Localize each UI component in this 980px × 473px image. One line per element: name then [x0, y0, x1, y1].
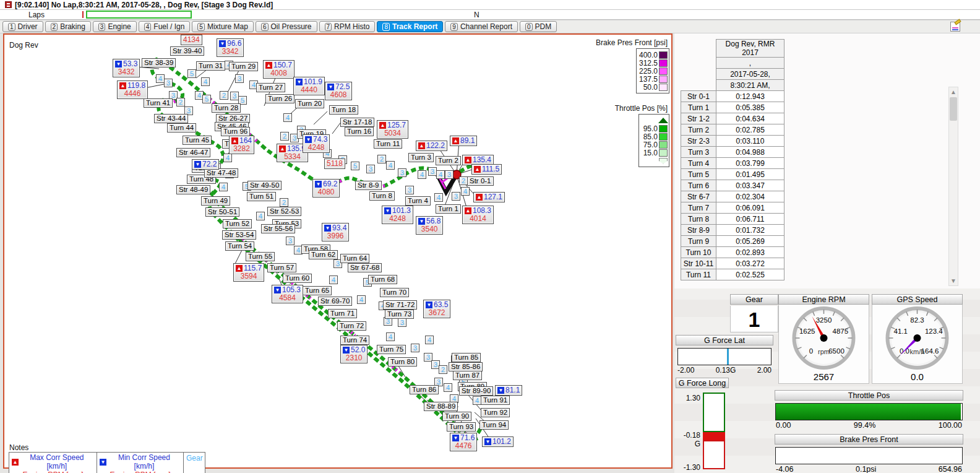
max-flag-icon: ▲	[465, 207, 471, 214]
track-label: Turn 20	[295, 99, 324, 108]
engine-rpm-gauge: Engine RPM 01625325048756500rpm 2567	[778, 294, 869, 385]
report-header-cell: 8:30:21 AM,	[716, 80, 784, 91]
throttle-max: 100.00	[939, 421, 962, 430]
table-row[interactable]: Turn 10:05.385	[681, 102, 784, 113]
gear-number-chip: 4	[418, 170, 426, 179]
gear-number-chip: 3	[411, 344, 419, 352]
min-marker: ▼74.34248	[303, 134, 330, 153]
track-label: Turn 85	[452, 353, 481, 362]
brake-legend-title: Brake Pres Front [psi]	[596, 38, 668, 47]
track-label: Turn 90	[442, 412, 471, 421]
table-row[interactable]: Turn 90:05.269	[681, 236, 784, 247]
edit-worksheet-icon[interactable]	[950, 22, 960, 32]
min-flag-icon: ▼	[343, 347, 350, 354]
table-row[interactable]: Turn 40:03.799	[681, 158, 784, 169]
gear-number-chip: 5	[351, 162, 359, 170]
report-scrollbar[interactable]: ▲ ▼	[948, 87, 958, 286]
table-row[interactable]: Turn 70:06.091	[681, 202, 784, 214]
max-flag-icon: ▲	[119, 82, 126, 89]
gear-value: 1	[732, 306, 776, 331]
table-row[interactable]: Turn 80:06.711	[681, 214, 784, 225]
g-long-negative-zone	[703, 440, 725, 469]
table-row[interactable]: Turn 60:03.347	[681, 180, 784, 191]
track-label: Str 85-86	[449, 362, 483, 371]
table-row[interactable]: Turn 30:04.988	[681, 147, 784, 158]
throttle-value: 99.4%	[854, 421, 875, 430]
max-flag-icon: ▲	[418, 142, 425, 149]
gear-number-chip: 4	[434, 193, 443, 202]
track-label: Turn 87	[453, 371, 482, 380]
gear-flag-indicator: N	[474, 11, 479, 19]
lap-range-box[interactable]	[86, 11, 192, 19]
g-force-lat-needle	[727, 349, 729, 365]
table-row[interactable]: Turn 110:02.525	[681, 269, 784, 280]
gear-number-chip: 2	[280, 132, 289, 141]
gps-speed-dial: 0.041.182.3123.4164.6km/h	[872, 305, 962, 370]
table-row[interactable]: Turn 100:02.893	[681, 247, 784, 258]
track-label: Str 71-72	[383, 300, 417, 310]
engine-rpm-value: 2567	[779, 371, 869, 382]
min-flag-icon: ▼	[100, 459, 106, 466]
table-row[interactable]: Str 0-10:12.943	[681, 91, 784, 102]
gps-speed-gauge: GPS Speed 0.041.182.3123.4164.6km/h 0.0	[872, 294, 963, 385]
scrollbar-thumb[interactable]	[950, 97, 957, 121]
g-long-mid: -0.18	[684, 431, 700, 440]
gear-number-chip: 3	[452, 192, 460, 201]
min-flag-icon: ▼	[384, 207, 391, 214]
svg-text:123.4: 123.4	[925, 328, 943, 335]
tab-oil-pressure[interactable]: 6Oil Pressure	[256, 21, 317, 32]
track-label: Turn 73	[385, 310, 414, 319]
table-row[interactable]: Str 1-20:04.634	[681, 113, 784, 124]
min-marker: ▼53.33432	[113, 59, 140, 77]
table-row[interactable]: Str 2-30:03.110	[681, 136, 784, 147]
max-flag-icon: ▲	[236, 265, 243, 272]
scroll-down-icon[interactable]: ▼	[949, 276, 958, 285]
gear-number-chip: 5	[187, 69, 196, 78]
gear-number-chip: 2	[220, 91, 228, 100]
track-label: Turn 27	[256, 83, 285, 92]
max-marker: 4134	[181, 35, 202, 45]
min-flag-icon: ▼	[194, 161, 201, 168]
track-label: Turn 4	[405, 196, 431, 206]
gps-speed-title: GPS Speed	[872, 294, 963, 305]
min-flag-icon: ▼	[484, 438, 491, 445]
report-header-cell: ,	[716, 58, 784, 69]
gear-number-chip: 2	[439, 365, 447, 374]
track-label: Str 38-39	[142, 58, 176, 67]
min-flag-icon: ▼	[327, 84, 334, 90]
track-label: Turn 31	[196, 61, 225, 71]
tab-engine[interactable]: 3Engine	[93, 21, 137, 32]
tab-channel-report[interactable]: 9Channel Report	[445, 21, 518, 32]
tab-rpm-histo[interactable]: 7RPM Histo	[319, 21, 376, 32]
table-row[interactable]: Str 6-70:02.304	[681, 191, 784, 202]
tab-braking[interactable]: 2Braking	[45, 21, 91, 32]
table-row[interactable]: Turn 20:02.785	[681, 124, 784, 136]
table-row[interactable]: Str 10-110:03.272	[681, 258, 784, 269]
table-row[interactable]: Turn 50:01.495	[681, 169, 784, 180]
brake-min: -4.06	[776, 465, 794, 473]
g-long-bottom: -1.30	[684, 463, 700, 472]
track-label: Str 49-50	[247, 181, 282, 190]
table-row[interactable]: Str 8-90:01.732	[681, 225, 784, 236]
gear-number-chip: 3	[230, 92, 239, 100]
tab-driver[interactable]: 1Driver	[2, 21, 43, 32]
min-marker: ▼81.1	[495, 385, 522, 396]
report-and-gauges-panel: Dog Rev, RMR 2017,2017-05-28,8:30:21 AM,…	[674, 33, 980, 473]
scroll-up-icon[interactable]: ▲	[949, 87, 958, 97]
tab-fuel-ign[interactable]: 4Fuel / Ign	[139, 21, 191, 32]
track-label: Str 55-56	[261, 224, 295, 233]
gear-number-chip: 3	[428, 167, 437, 176]
throttle-legend-swatch	[659, 149, 668, 157]
gear-gauge: Gear 1	[730, 294, 778, 334]
track-label: Turn 80	[388, 357, 417, 367]
gps-speed-value: 0.0	[872, 371, 962, 382]
engine-rpm-title: Engine RPM	[778, 294, 869, 305]
min-marker: ▼63.53672	[423, 300, 450, 318]
gear-number-chip: 4	[256, 212, 265, 220]
tab-track-report[interactable]: 8Track Report	[377, 21, 443, 32]
tab-mixture-map[interactable]: 5Mixture Map	[192, 21, 254, 32]
g-force-lat-gauge: G Force Lat -2.00 0.13G 2.00	[676, 335, 773, 376]
tab-pdm[interactable]: 0PDM	[520, 21, 557, 32]
gear-number-chip: 2	[377, 155, 386, 163]
max-marker: ▲122.2	[416, 141, 447, 151]
